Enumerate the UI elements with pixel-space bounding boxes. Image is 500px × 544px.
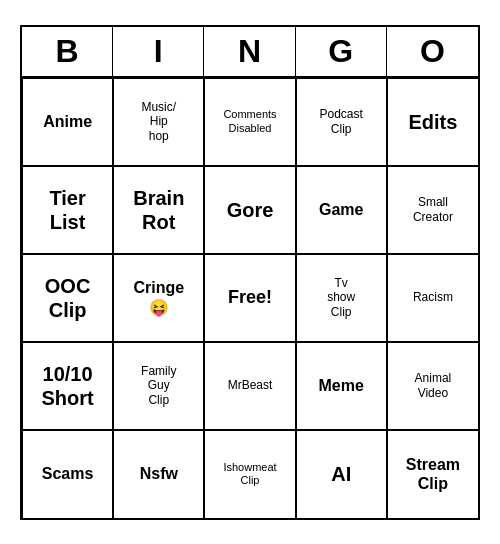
cell-text: Nsfw (140, 464, 178, 483)
cell-text: Comments Disabled (223, 108, 276, 134)
bingo-cell: Ishowmeat Clip (204, 430, 295, 518)
cell-text: Free! (228, 287, 272, 309)
cell-text: Music/ Hip hop (141, 100, 176, 143)
cell-text: Podcast Clip (320, 107, 363, 136)
bingo-cell: Comments Disabled (204, 78, 295, 166)
bingo-cell: Free! (204, 254, 295, 342)
cell-text: Scams (42, 464, 94, 483)
bingo-grid: AnimeMusic/ Hip hopComments DisabledPodc… (22, 78, 478, 518)
bingo-cell: Family Guy Clip (113, 342, 204, 430)
bingo-cell: Edits (387, 78, 478, 166)
bingo-cell: Tv show Clip (296, 254, 387, 342)
cell-text: 10/10 Short (41, 362, 93, 410)
bingo-cell: Animal Video (387, 342, 478, 430)
bingo-cell: Meme (296, 342, 387, 430)
bingo-card: BINGO AnimeMusic/ Hip hopComments Disabl… (20, 25, 480, 520)
bingo-cell: Small Creator (387, 166, 478, 254)
bingo-cell: Anime (22, 78, 113, 166)
cell-text: Tv show Clip (327, 276, 355, 319)
cell-text: Racism (413, 290, 453, 304)
cell-text: OOC Clip (45, 274, 91, 322)
header-letter: I (113, 27, 204, 76)
bingo-cell: Podcast Clip (296, 78, 387, 166)
header-letter: G (296, 27, 387, 76)
cell-text: Family Guy Clip (141, 364, 176, 407)
bingo-cell: MrBeast (204, 342, 295, 430)
bingo-cell: AI (296, 430, 387, 518)
cell-text: Anime (43, 112, 92, 131)
cell-text: Gore (227, 198, 274, 222)
bingo-cell: Brain Rot (113, 166, 204, 254)
cell-text: Stream Clip (406, 455, 460, 493)
cell-text: Cringe 😝 (133, 278, 184, 316)
bingo-cell: Gore (204, 166, 295, 254)
bingo-header: BINGO (22, 27, 478, 78)
header-letter: O (387, 27, 478, 76)
cell-text: Small Creator (413, 195, 453, 224)
cell-text: MrBeast (228, 378, 273, 392)
bingo-cell: Game (296, 166, 387, 254)
bingo-cell: Stream Clip (387, 430, 478, 518)
bingo-cell: OOC Clip (22, 254, 113, 342)
bingo-cell: Music/ Hip hop (113, 78, 204, 166)
bingo-cell: Scams (22, 430, 113, 518)
cell-text: Tier List (49, 186, 85, 234)
header-letter: B (22, 27, 113, 76)
cell-text: Animal Video (415, 371, 452, 400)
bingo-cell: Racism (387, 254, 478, 342)
bingo-cell: 10/10 Short (22, 342, 113, 430)
cell-text: Game (319, 200, 363, 219)
header-letter: N (204, 27, 295, 76)
cell-text: Edits (408, 110, 457, 134)
cell-text: Brain Rot (133, 186, 184, 234)
bingo-cell: Nsfw (113, 430, 204, 518)
bingo-cell: Cringe 😝 (113, 254, 204, 342)
cell-text: AI (331, 462, 351, 486)
cell-text: Meme (319, 376, 364, 395)
cell-text: Ishowmeat Clip (223, 461, 276, 487)
bingo-cell: Tier List (22, 166, 113, 254)
